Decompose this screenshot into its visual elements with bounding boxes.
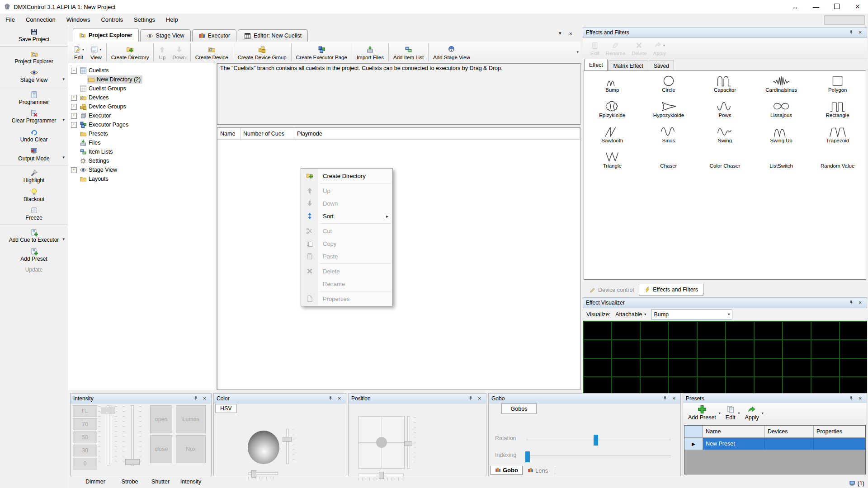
dropdown-caret-icon[interactable]: ▾ [738, 411, 740, 415]
dropdown-caret-icon[interactable]: ▾ [762, 411, 764, 415]
column-header-name[interactable]: Name [217, 128, 241, 139]
dropdown-caret-icon[interactable]: ▾ [62, 237, 65, 241]
sidebar-item-add-preset[interactable]: Add Preset [0, 245, 68, 264]
dropdown-caret-icon[interactable]: ▾ [719, 411, 721, 415]
tilt-slider-thumb[interactable] [404, 441, 412, 446]
intensity-button-30[interactable]: 30 [73, 445, 97, 456]
color-value-slider[interactable] [283, 429, 296, 463]
shutter-button-close[interactable]: close [150, 435, 172, 463]
column-header-devices[interactable]: Devices [765, 426, 814, 437]
sidebar-item-programmer[interactable]: Programmer [0, 89, 68, 108]
sidebar-item-update[interactable]: Update [0, 264, 68, 275]
toolbar-create-device-group[interactable]: Create Device Group [235, 44, 290, 61]
sidebar-item-project-explorer[interactable]: Project Explorer [0, 48, 68, 67]
effect-cardinalsinus[interactable]: Cardinalsinus [753, 75, 810, 100]
dropdown-caret-icon[interactable]: ▾ [62, 155, 65, 160]
pin-icon[interactable] [468, 396, 476, 401]
lamp-button-lumos[interactable]: Lumos [176, 405, 206, 433]
tab-editor-new-cuelist[interactable]: Editor: New Cuelist [238, 29, 308, 42]
maximize-button[interactable] [826, 3, 847, 10]
effect-sinus[interactable]: Sinus [641, 125, 697, 150]
sidebar-item-blackout[interactable]: Blackout [0, 186, 68, 205]
effect-rectangle[interactable]: Rectangle [809, 100, 866, 125]
tab-hsv[interactable]: HSV [215, 404, 237, 413]
expander-plus-icon[interactable]: + [71, 104, 77, 110]
effect-epizykloide[interactable]: Epizykloide [584, 100, 641, 125]
pin-icon[interactable] [849, 30, 856, 35]
effect-lissajous[interactable]: Lissajous [753, 100, 810, 125]
tree-item-item-lists[interactable]: Item Lists [71, 147, 217, 156]
menu-connection[interactable]: Connection [20, 14, 61, 25]
pan-slider[interactable] [359, 474, 404, 476]
tab-matrix-effect[interactable]: Matrix Effect [608, 61, 648, 70]
strobe-slider[interactable] [124, 405, 140, 465]
visualize-effect-combobox[interactable]: Bump ▾ [651, 310, 732, 319]
tilt-slider[interactable] [405, 416, 418, 468]
toolbar-overflow-icon[interactable]: ▾ [576, 50, 579, 54]
menu-windows[interactable]: Windows [61, 14, 96, 25]
effect-bump[interactable]: Bump [584, 75, 641, 100]
column-header-name[interactable]: Name [703, 426, 765, 437]
toolbar-import-files[interactable]: Import Files [354, 44, 387, 61]
expander-plus-icon[interactable]: + [71, 95, 77, 101]
effect-trapezoid[interactable]: Trapezoid [809, 125, 866, 150]
tree-item-new-directory-2[interactable]: New Directory (2) [71, 75, 217, 84]
tree-item-cuelist-groups[interactable]: Cuelist Groups [71, 84, 217, 93]
dropdown-caret-icon[interactable]: ▾ [62, 117, 65, 122]
toolbar-edit[interactable]: ▾Edit [70, 44, 87, 61]
effect-chaser[interactable]: Chaser [641, 150, 697, 176]
pin-icon[interactable] [193, 396, 201, 401]
presets-apply[interactable]: Apply [742, 404, 761, 421]
indexing-slider-thumb[interactable] [525, 451, 530, 462]
tree-item-files[interactable]: Files [71, 138, 217, 147]
sidebar-item-highlight[interactable]: Highlight [0, 167, 68, 186]
effect-swing[interactable]: Swing [697, 125, 753, 150]
effect-listswitch[interactable]: ListSwitch [753, 150, 810, 176]
color-value-slider-thumb[interactable] [283, 437, 292, 442]
effect-hypozykloide[interactable]: Hypozykloide [641, 100, 697, 125]
sidebar-item-save-project[interactable]: Save Project [0, 26, 68, 45]
tab-project-explorer[interactable]: Project Explorer [73, 28, 139, 42]
shutter-button-open[interactable]: open [150, 405, 172, 433]
lamp-button-nox[interactable]: Nox [176, 435, 206, 463]
toolbar-create-executor-page[interactable]: Create Executor Page [293, 44, 350, 61]
effect-pows[interactable]: Pows [697, 100, 753, 125]
intensity-button-0[interactable]: 0 [73, 458, 97, 469]
toolbar-create-directory[interactable]: Create Directory [108, 44, 152, 61]
effect-polygon[interactable]: Polygon [809, 75, 866, 100]
expander-minus-icon[interactable]: − [71, 68, 77, 74]
tab-lens[interactable]: Lens [524, 466, 552, 475]
sidebar-item-undo-clear[interactable]: Undo Clear [0, 126, 68, 145]
presets-add-preset[interactable]: Add Preset [686, 404, 718, 421]
tree-item-layouts[interactable]: Layouts [71, 174, 217, 183]
preset-row[interactable]: ▶New Preset [684, 438, 865, 450]
effect-swing-up[interactable]: Swing Up [753, 125, 810, 150]
menu-settings[interactable]: Settings [128, 14, 160, 25]
indexing-slider[interactable] [526, 455, 671, 458]
arrange-icon[interactable]: ↔ [785, 3, 806, 10]
rotation-slider-thumb[interactable] [594, 435, 598, 446]
menu-help[interactable]: Help [160, 14, 184, 25]
tab-gobo[interactable]: Gobo [491, 466, 523, 475]
effect-random-value[interactable]: Random Value [809, 150, 866, 176]
column-header-playmode[interactable]: Playmode [294, 128, 580, 139]
sidebar-item-add-cue-to-executor[interactable]: Add Cue to Executor▾ [0, 226, 68, 245]
expander-plus-icon[interactable]: + [71, 122, 77, 128]
dimmer-slider[interactable] [99, 405, 116, 465]
tab-list-dropdown-icon[interactable]: ▾ [559, 30, 561, 37]
effect-color-chaser[interactable]: Color Chaser [697, 150, 753, 176]
tab-close-icon[interactable]: × [569, 30, 572, 37]
intensity-button-fl[interactable]: FL [73, 405, 97, 417]
color-hue-slider[interactable] [248, 472, 278, 475]
effect-circle[interactable]: Circle [641, 75, 697, 100]
dropdown-caret-icon[interactable]: ▾ [62, 77, 65, 81]
menu-file[interactable]: File [0, 14, 20, 25]
expander-plus-icon[interactable]: + [71, 167, 77, 173]
toolbar-view[interactable]: ▾View [87, 44, 105, 61]
color-wheel[interactable] [248, 431, 279, 464]
tree-item-stage-view[interactable]: +Stage View [71, 165, 217, 174]
context-menu-sort[interactable]: Sort▸ [301, 210, 392, 222]
toolbar-create-device[interactable]: Create Device [192, 44, 231, 61]
dock-tab-effects-and-filters[interactable]: Effects and Filters [639, 284, 703, 296]
tab-stage-view[interactable]: Stage View [140, 29, 191, 42]
